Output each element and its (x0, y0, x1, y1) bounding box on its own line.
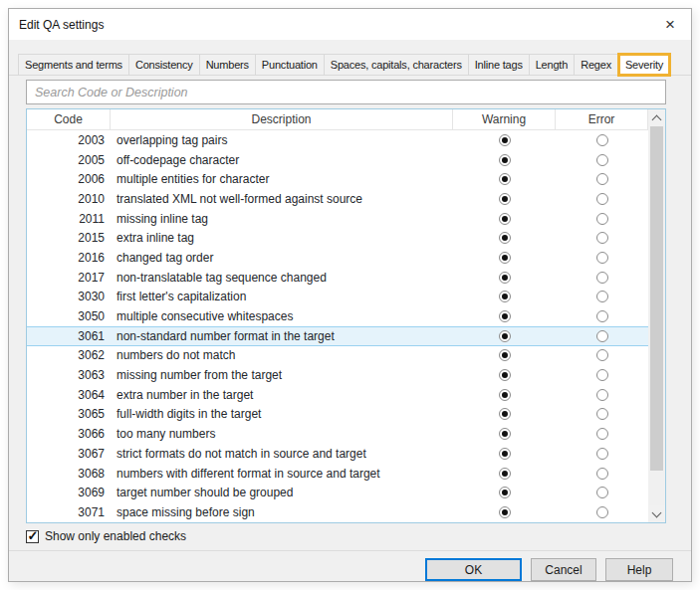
scrollbar-thumb[interactable] (650, 126, 663, 471)
error-radio[interactable] (596, 291, 608, 302)
warning-radio[interactable] (499, 349, 511, 361)
warning-radio[interactable] (499, 272, 511, 284)
error-radio[interactable] (596, 134, 608, 146)
row-description: overlapping tag pairs (111, 133, 453, 147)
search-input[interactable] (26, 80, 666, 104)
warning-radio[interactable] (499, 389, 511, 401)
error-radio[interactable] (596, 193, 608, 205)
tab[interactable]: Regex (574, 54, 618, 75)
row-code: 3071 (27, 505, 111, 519)
row-code: 3063 (27, 368, 111, 382)
warning-radio[interactable] (499, 468, 511, 480)
table-row[interactable]: 3063 missing number from the target (27, 365, 648, 385)
warning-radio[interactable] (499, 193, 511, 205)
table-row[interactable]: 3069 target number should be grouped (27, 483, 648, 502)
scroll-up-button[interactable] (648, 109, 665, 126)
error-radio[interactable] (596, 213, 608, 225)
table-row[interactable]: 2005 off-codepage character (27, 150, 648, 170)
error-radio[interactable] (596, 154, 608, 166)
warning-radio[interactable] (499, 330, 511, 342)
error-radio[interactable] (596, 506, 608, 518)
row-description: multiple consecutive whitespaces (111, 309, 453, 323)
row-description: first letter's capitalization (111, 290, 453, 303)
ok-button[interactable]: OK (425, 558, 522, 581)
tab[interactable]: Spaces, capitals, characters (324, 54, 469, 75)
error-radio[interactable] (596, 428, 608, 440)
table-row[interactable]: 3030 first letter's capitalization (27, 288, 648, 307)
tab[interactable]: Punctuation (255, 54, 325, 75)
warning-radio[interactable] (499, 487, 511, 498)
row-code: 3068 (27, 467, 111, 481)
show-only-enabled-checkbox[interactable] (26, 530, 39, 543)
error-radio[interactable] (596, 252, 608, 264)
tab[interactable]: Inline tags (468, 54, 530, 75)
row-description: numbers with different format in source … (111, 467, 453, 481)
tab[interactable]: Length (529, 54, 575, 75)
column-header-description[interactable]: Description (111, 109, 453, 129)
table-row[interactable]: 2016 changed tag order (27, 248, 648, 268)
error-radio[interactable] (596, 408, 608, 420)
warning-radio[interactable] (499, 173, 511, 185)
column-header-error[interactable]: Error (556, 109, 648, 129)
table-row[interactable]: 2017 non-translatable tag sequence chang… (27, 268, 648, 288)
warning-radio[interactable] (499, 134, 511, 146)
warning-radio[interactable] (499, 428, 511, 440)
table-row[interactable]: 3061 non-standard number format in the t… (27, 326, 648, 346)
error-radio[interactable] (596, 330, 608, 342)
row-code: 3066 (27, 427, 111, 441)
table-row[interactable]: 3062 numbers do not match (27, 346, 648, 366)
table-row[interactable]: 2010 translated XML not well-formed agai… (27, 189, 648, 209)
warning-radio[interactable] (499, 310, 511, 322)
column-header-warning[interactable]: Warning (453, 109, 556, 129)
table-row[interactable]: 2011 missing inline tag (27, 209, 648, 229)
error-radio[interactable] (596, 310, 608, 322)
column-header-code[interactable]: Code (27, 109, 111, 129)
warning-radio[interactable] (499, 213, 511, 225)
table-row[interactable]: 3066 too many numbers (27, 424, 648, 444)
scroll-down-button[interactable] (648, 505, 665, 522)
warning-radio[interactable] (499, 291, 511, 302)
table-row[interactable]: 3065 full-width digits in the target (27, 405, 648, 425)
table-row[interactable]: 3067 strict formats do not match in sour… (27, 444, 648, 464)
row-code: 3050 (27, 309, 111, 323)
table-row[interactable]: 2006 multiple entities for character (27, 169, 648, 189)
table-row[interactable]: 3050 multiple consecutive whitespaces (27, 306, 648, 326)
help-button[interactable]: Help (605, 558, 673, 581)
table-row[interactable]: 3068 numbers with different format in so… (27, 464, 648, 484)
warning-radio[interactable] (499, 369, 511, 381)
error-radio[interactable] (596, 272, 608, 284)
tab[interactable]: Severity (617, 53, 671, 77)
cancel-button[interactable]: Cancel (531, 558, 596, 581)
warning-radio[interactable] (499, 154, 511, 166)
error-radio[interactable] (596, 389, 608, 401)
warning-radio[interactable] (499, 408, 511, 420)
warning-radio[interactable] (499, 506, 511, 518)
error-radio[interactable] (596, 173, 608, 185)
chevron-down-icon (652, 507, 662, 517)
tab[interactable]: Consistency (128, 54, 200, 75)
error-radio[interactable] (596, 468, 608, 480)
close-icon[interactable]: × (649, 9, 691, 40)
error-radio[interactable] (596, 369, 608, 381)
table-row[interactable]: 3064 extra number in the target (27, 385, 648, 405)
tab[interactable]: Numbers (199, 54, 256, 75)
table-body: 2003 overlapping tag pairs 2005 off-code… (27, 130, 648, 522)
error-radio[interactable] (596, 232, 608, 244)
error-radio[interactable] (596, 349, 608, 361)
row-description: numbers do not match (111, 348, 453, 362)
row-code: 2011 (27, 212, 111, 226)
warning-radio[interactable] (499, 232, 511, 244)
error-radio[interactable] (596, 448, 608, 460)
table-row[interactable]: 3071 space missing before sign (27, 502, 648, 522)
tab[interactable]: Segments and terms (18, 54, 129, 75)
dialog-title: Edit QA settings (9, 18, 104, 32)
warning-radio[interactable] (499, 448, 511, 460)
row-description: extra number in the target (111, 388, 453, 402)
warning-radio[interactable] (499, 252, 511, 264)
row-code: 3069 (27, 486, 111, 499)
table-header: Code Description Warning Error (27, 109, 665, 130)
table-row[interactable]: 2003 overlapping tag pairs (27, 130, 648, 150)
table-row[interactable]: 2015 extra inline tag (27, 228, 648, 248)
vertical-scrollbar[interactable] (648, 109, 665, 522)
error-radio[interactable] (596, 487, 608, 498)
